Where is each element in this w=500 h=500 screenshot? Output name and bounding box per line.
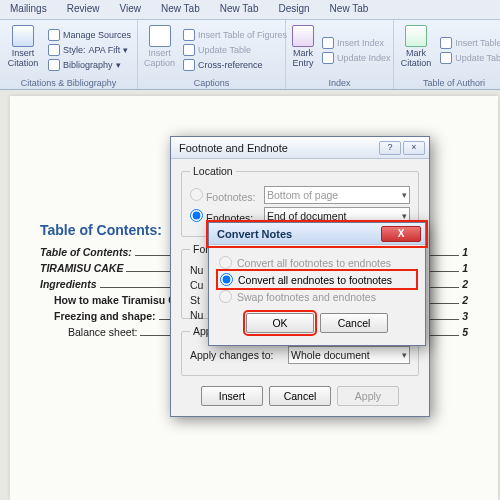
ribbon: Insert Citation Manage Sources Style: AP… <box>0 20 500 90</box>
opt1-radio <box>219 256 232 269</box>
toc-page: 5 <box>462 326 468 338</box>
bibliography-button[interactable]: Bibliography ▾ <box>46 58 133 72</box>
group-index: Mark Entry Insert Index Update Index Ind… <box>286 20 394 89</box>
mark-citation-label: Mark Citation <box>400 48 432 68</box>
toc-label: Balance sheet: <box>68 326 137 338</box>
bibliography-icon <box>48 59 60 71</box>
tab-new2[interactable]: New Tab <box>210 0 269 19</box>
endnotes-value: End of document <box>267 210 346 222</box>
opt3-label: Swap footnotes and endnotes <box>237 291 376 303</box>
opt1-label: Convert all footnotes to endnotes <box>237 257 391 269</box>
convert-title: Convert Notes <box>217 228 292 240</box>
ribbon-tabs: Mailings Review View New Tab New Tab Des… <box>0 0 500 20</box>
group-label-index: Index <box>290 77 389 88</box>
convert-cancel-button[interactable]: Cancel <box>320 313 388 333</box>
group-label-citations: Citations & Bibliography <box>4 77 133 88</box>
manage-sources-button[interactable]: Manage Sources <box>46 28 133 42</box>
update-index-icon <box>322 52 334 64</box>
tof-label: Insert Table of Figures <box>198 30 287 40</box>
update-icon <box>183 44 195 56</box>
style-dropdown[interactable]: Style: APA Fift ▾ <box>46 43 133 57</box>
opt-footnotes-to-endnotes: Convert all footnotes to endnotes <box>219 256 415 269</box>
crossref-label: Cross-reference <box>198 60 263 70</box>
tof-icon <box>183 29 195 41</box>
insert-citation-label: Insert Citation <box>6 48 40 68</box>
footnotes-value: Bottom of page <box>267 189 338 201</box>
toc-label: Freezing and shape: <box>54 310 156 322</box>
toc-label: TIRAMISU CAKE <box>40 262 123 274</box>
tab-new3[interactable]: New Tab <box>320 0 379 19</box>
apply-to-value: Whole document <box>291 349 370 361</box>
convert-notes-dialog: Convert Notes X Convert all footnotes to… <box>208 222 426 346</box>
sources-icon <box>48 29 60 41</box>
opt2-label: Convert all endnotes to footnotes <box>238 274 392 286</box>
insert-toa-label: Insert Table <box>455 38 500 48</box>
group-label-captions: Captions <box>142 77 281 88</box>
update-toa-icon <box>440 52 452 64</box>
location-legend: Location <box>190 165 236 177</box>
footnotes-label: Footnotes: <box>206 191 256 203</box>
group-citations: Insert Citation Manage Sources Style: AP… <box>0 20 138 89</box>
caption-icon <box>149 25 171 47</box>
convert-titlebar[interactable]: Convert Notes X <box>209 223 425 245</box>
group-toa: Mark Citation Insert Table Update Table … <box>394 20 500 89</box>
update-table-button: Update Table <box>181 43 289 57</box>
mark-entry-icon <box>292 25 314 47</box>
close-button[interactable]: × <box>403 141 425 155</box>
opt-endnotes-to-footnotes[interactable]: Convert all endnotes to footnotes <box>219 272 415 287</box>
opt2-radio[interactable] <box>220 273 233 286</box>
apply-to-label: Apply changes to: <box>190 349 282 361</box>
update-label: Update Table <box>198 45 251 55</box>
opt3-radio <box>219 290 232 303</box>
crossref-icon <box>183 59 195 71</box>
footnotes-combo: Bottom of page <box>264 186 410 204</box>
cross-reference-button[interactable]: Cross-reference <box>181 58 289 72</box>
apply-to-combo[interactable]: Whole document <box>288 346 410 364</box>
group-captions: Insert Caption Insert Table of Figures U… <box>138 20 286 89</box>
bibliography-label: Bibliography <box>63 60 113 70</box>
apply-button: Apply <box>337 386 399 406</box>
insert-citation-button[interactable]: Insert Citation <box>4 23 42 77</box>
update-index-button: Update Index <box>320 51 393 65</box>
opt-swap: Swap footnotes and endnotes <box>219 290 415 303</box>
endnotes-radio[interactable] <box>190 209 203 222</box>
style-label: Style: <box>63 45 86 55</box>
mark-citation-icon <box>405 25 427 47</box>
mark-citation-button[interactable]: Mark Citation <box>398 23 434 77</box>
toc-page: 3 <box>462 310 468 322</box>
insert-toa-button: Insert Table <box>438 36 500 50</box>
tab-review[interactable]: Review <box>57 0 110 19</box>
footnotes-row: Footnotes: Bottom of page <box>190 186 410 204</box>
style-value: APA Fift <box>89 45 121 55</box>
insert-index-label: Insert Index <box>337 38 384 48</box>
toc-page: 2 <box>462 294 468 306</box>
style-icon <box>48 44 60 56</box>
insert-tof-button: Insert Table of Figures <box>181 28 289 42</box>
apply-to-row: Apply changes to: Whole document <box>190 346 410 364</box>
toc-page: 1 <box>462 262 468 274</box>
update-toa-button: Update Table <box>438 51 500 65</box>
mark-entry-button[interactable]: Mark Entry <box>290 23 316 77</box>
insert-button[interactable]: Insert <box>201 386 263 406</box>
toc-page: 2 <box>462 278 468 290</box>
footnotes-radio <box>190 188 203 201</box>
tab-view[interactable]: View <box>109 0 151 19</box>
insert-caption-button: Insert Caption <box>142 23 177 77</box>
dialog-titlebar[interactable]: Footnote and Endnote ? × <box>171 137 429 159</box>
dialog-title: Footnote and Endnote <box>179 142 288 154</box>
update-toa-label: Update Table <box>455 53 500 63</box>
cancel-button[interactable]: Cancel <box>269 386 331 406</box>
insert-caption-label: Insert Caption <box>144 48 175 68</box>
manage-sources-label: Manage Sources <box>63 30 131 40</box>
tab-new1[interactable]: New Tab <box>151 0 210 19</box>
group-label-toa: Table of Authori <box>398 77 500 88</box>
toc-page: 1 <box>462 246 468 258</box>
help-button[interactable]: ? <box>379 141 401 155</box>
toa-icon <box>440 37 452 49</box>
tab-design[interactable]: Design <box>268 0 319 19</box>
toc-label: Table of Contents: <box>40 246 132 258</box>
tab-mailings[interactable]: Mailings <box>0 0 57 19</box>
ok-button[interactable]: OK <box>246 313 314 333</box>
close-icon[interactable]: X <box>381 226 421 242</box>
update-index-label: Update Index <box>337 53 391 63</box>
